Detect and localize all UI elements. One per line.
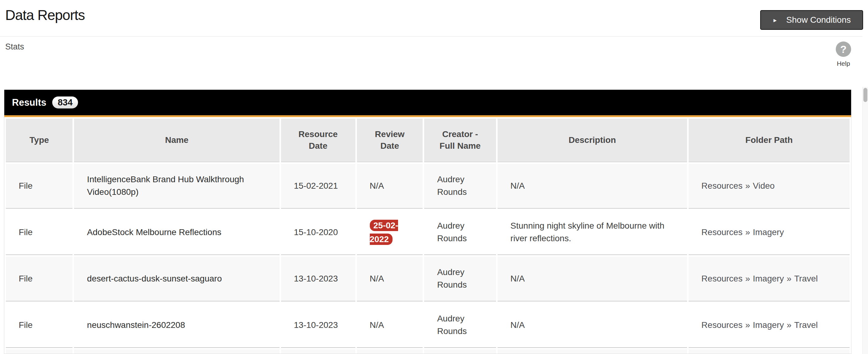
column-header: Name xyxy=(74,119,279,162)
stats-label: Stats xyxy=(5,42,24,52)
folder-path-segment: Video xyxy=(753,181,775,190)
empty-cell xyxy=(689,349,849,354)
column-header: Creator - Full Name xyxy=(424,119,496,162)
column-header: Resource Date xyxy=(281,119,355,162)
creator-cell: Audrey Rounds xyxy=(424,164,496,209)
table-row: Fileneuschwanstein-260220813-10-2023N/AA… xyxy=(6,303,849,348)
path-separator: » xyxy=(784,320,794,330)
page-title: Data Reports xyxy=(5,7,85,23)
results-title: Results xyxy=(12,97,46,108)
type-cell: File xyxy=(6,210,72,255)
path-separator: » xyxy=(742,227,753,237)
column-header: Review Date xyxy=(357,119,423,162)
table-row: FileIntelligenceBank Brand Hub Walkthrou… xyxy=(6,164,849,209)
empty-cell xyxy=(498,349,687,354)
type-cell: File xyxy=(6,257,72,301)
type-cell: File xyxy=(6,303,72,348)
path-separator: » xyxy=(742,274,753,283)
results-panel: Results 834 TypeNameResource DateReview … xyxy=(4,90,851,354)
review-date-cell: 25-02-2022 xyxy=(357,210,423,255)
description-cell: N/A xyxy=(498,303,687,348)
show-conditions-button[interactable]: ► Show Conditions xyxy=(760,10,863,30)
question-mark-icon[interactable]: ? xyxy=(836,41,851,57)
resource-date-cell: 15-10-2020 xyxy=(281,210,355,255)
empty-cell xyxy=(424,349,496,354)
folder-path-segment: Imagery xyxy=(753,274,784,283)
column-header: Folder Path xyxy=(689,119,849,162)
column-header: Type xyxy=(6,119,72,162)
folder-path-cell: Resources»Imagery»Travel xyxy=(689,303,849,348)
folder-path-cell: Resources»Imagery xyxy=(689,210,849,255)
creator-cell: Audrey Rounds xyxy=(424,257,496,301)
review-date-cell: N/A xyxy=(357,303,423,348)
creator-cell: Audrey Rounds xyxy=(424,303,496,348)
review-date-cell: N/A xyxy=(357,164,423,209)
resource-date-cell: 15-02-2021 xyxy=(281,164,355,209)
folder-path-segment: Travel xyxy=(794,320,818,330)
name-cell: AdobeStock Melbourne Reflections xyxy=(74,210,279,255)
folder-path-segment: Resources xyxy=(702,274,743,283)
table-header-row: TypeNameResource DateReview DateCreator … xyxy=(6,119,849,162)
folder-path-segment: Resources xyxy=(702,320,743,330)
folder-path-cell: Resources»Imagery»Travel xyxy=(689,257,849,301)
folder-path-segment: Imagery xyxy=(753,227,784,237)
name-cell: desert-cactus-dusk-sunset-saguaro xyxy=(74,257,279,301)
empty-cell xyxy=(357,349,423,354)
creator-cell: Audrey Rounds xyxy=(424,210,496,255)
results-count-badge: 834 xyxy=(52,96,78,109)
name-cell: neuschwanstein-2602208 xyxy=(74,303,279,348)
table-row: FileAdobeStock Melbourne Reflections15-1… xyxy=(6,210,849,255)
overdue-review-badge: 25-02-2022 xyxy=(370,220,398,245)
table-row: Filedesert-cactus-dusk-sunset-saguaro13-… xyxy=(6,257,849,301)
resource-date-cell: 13-10-2023 xyxy=(281,257,355,301)
help-button[interactable]: ? Help xyxy=(835,41,851,67)
folder-path-segment: Imagery xyxy=(753,320,784,330)
show-conditions-label: Show Conditions xyxy=(786,15,851,25)
resource-date-cell: 13-10-2023 xyxy=(281,303,355,348)
type-cell: File xyxy=(6,164,72,209)
empty-cell xyxy=(6,349,72,354)
path-separator: » xyxy=(784,274,794,283)
description-cell: N/A xyxy=(498,257,687,301)
column-header: Description xyxy=(498,119,687,162)
review-date-cell: N/A xyxy=(357,257,423,301)
vertical-scrollbar[interactable] xyxy=(863,87,868,354)
empty-cell xyxy=(281,349,355,354)
help-label: Help xyxy=(835,60,851,67)
scrollbar-thumb[interactable] xyxy=(863,88,867,102)
table-row-partial xyxy=(6,349,849,354)
path-separator: » xyxy=(742,181,753,190)
description-cell: Stunning night skyline of Melbourne with… xyxy=(498,210,687,255)
path-separator: » xyxy=(742,320,753,330)
results-table: TypeNameResource DateReview DateCreator … xyxy=(4,117,851,354)
folder-path-cell: Resources»Video xyxy=(689,164,849,209)
empty-cell xyxy=(74,349,279,354)
name-cell: IntelligenceBank Brand Hub Walkthrough V… xyxy=(74,164,279,209)
folder-path-segment: Resources xyxy=(702,227,743,237)
expand-arrow-icon: ► xyxy=(773,18,778,23)
folder-path-segment: Travel xyxy=(794,274,818,283)
description-cell: N/A xyxy=(498,164,687,209)
results-header-bar: Results 834 xyxy=(4,90,851,115)
folder-path-segment: Resources xyxy=(702,181,743,190)
